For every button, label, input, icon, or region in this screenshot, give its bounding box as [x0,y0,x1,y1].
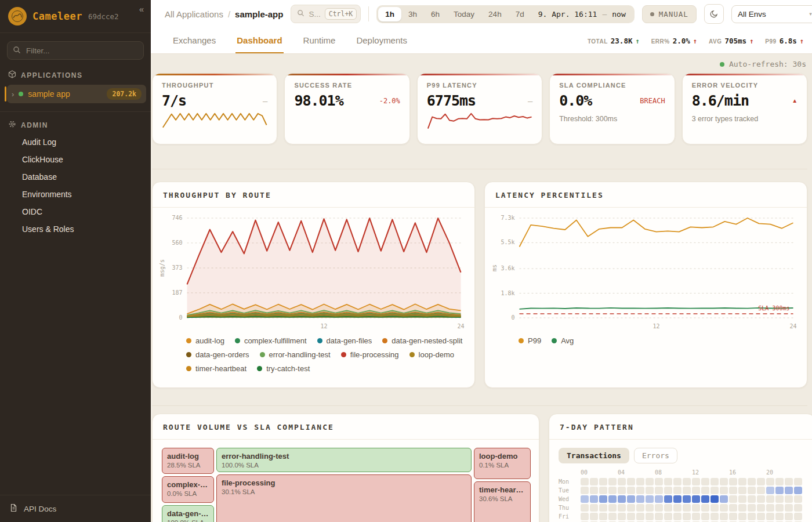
kpi-value-row: 98.01%-2.0% [294,92,400,109]
sidebar-item-clickhouse[interactable]: ClickHouse [0,151,151,168]
time-range-24h[interactable]: 24h [481,7,509,21]
time-range-3h[interactable]: 3h [401,7,424,21]
treemap-cell-timer-heartbeat[interactable]: timer-heartbeat30.6% SLA [474,481,531,522]
app-status-dot [19,92,23,96]
legend-item-error-handling-test[interactable]: error-handling-test [260,350,331,359]
heatmap-hour-label [673,469,682,477]
time-range-today[interactable]: Today [447,7,481,21]
heatmap-cell [664,478,672,485]
sidebar-item-oidc[interactable]: OIDC [0,203,151,220]
dark-mode-toggle[interactable] [704,4,724,24]
heatmap-cell [646,513,654,520]
treemap-cell-complex-fulfillment[interactable]: complex-fulfillment0.0% SLA [162,476,214,503]
legend-item-try-catch-test[interactable]: try-catch-test [257,364,310,373]
sidebar-header: Cameleer 69dcce2 « [0,0,151,33]
trend-arrow-icon: ↑ [749,37,753,45]
kpi-card-p99-latency: P99 LATENCY6775ms– [417,73,542,144]
kpi-body: SLA COMPLIANCE0.0%BREACHThreshold: 300ms [550,75,674,123]
legend-item-loop-demo[interactable]: loop-demo [409,350,454,359]
treemap: audit-log28.5% SLAcomplex-fulfillment0.0… [162,448,530,522]
heatmap-hour-label: 04 [618,469,626,477]
auto-refresh-dot [720,62,724,67]
legend-dot [519,338,524,343]
treemap-cell-loop-demo[interactable]: loop-demo0.1% SLA [474,448,531,479]
heatmap-cell [590,513,598,520]
heatmap-hour-label: 12 [692,469,700,477]
time-range-7d[interactable]: 7d [509,7,531,21]
tab-exchanges[interactable]: Exchanges [172,35,217,53]
heatmap-mode-toggles: TransactionsErrors [559,448,806,463]
sidebar-item-api-docs[interactable]: API Docs [0,495,151,522]
kpi-body: P99 LATENCY6775ms– [418,75,542,132]
breadcrumb-root[interactable]: All Applications [165,9,223,19]
env-select[interactable]: All Envs ▾ [731,5,812,23]
manual-refresh-button[interactable]: MANUAL [642,5,697,23]
legend-item-file-processing[interactable]: file-processing [341,350,399,359]
heatmap-cell [683,504,691,512]
treemap-cell-name: file-processing [222,478,466,487]
treemap-cell-error-handling-test[interactable]: error-handling-test100.0% SLA [216,448,472,472]
legend-dot [409,352,415,357]
treemap-cell-file-processing[interactable]: file-processing30.1% SLA [216,474,472,522]
heatmap-corner [559,469,579,477]
legend-item-complex-fulfillment[interactable]: complex-fulfillment [235,336,307,345]
tab-runtime[interactable]: Runtime [302,35,337,53]
sidebar-item-database[interactable]: Database [0,168,151,186]
stat-value: 2.0% [673,37,690,45]
legend-item-data-gen-files[interactable]: data-gen-files [317,336,372,345]
heatmap-cell [618,513,626,520]
heatmap-hour-label [757,469,765,477]
legend-label: timer-heartbeat [195,364,246,373]
stat-label: ERR% [651,38,670,45]
legend-dot [257,366,262,371]
date-range-display[interactable]: 9. Apr. 16:11 – now [531,10,633,19]
heatmap-cell [646,504,654,512]
treemap-cell-data-gen-files[interactable]: data-gen-files100.0% SLA [162,505,214,522]
sidebar-item-environments[interactable]: Environments [0,186,151,203]
legend-item-data-gen-nested-split[interactable]: data-gen-nested-split [382,336,462,345]
legend-item-timer-heartbeat[interactable]: timer-heartbeat [186,364,246,373]
treemap-cell-name: complex-fulfillment [167,480,209,489]
charts-row: THROUGHPUT BY ROUTE 01873735607461224msg… [152,182,807,388]
legend-item-p99[interactable]: P99 [519,336,541,345]
tab-dashboard[interactable]: Dashboard [235,35,283,53]
heatmap-hour-label [701,469,709,477]
heatmap-cell [664,504,672,512]
svg-text:12: 12 [320,323,327,329]
global-search[interactable]: S... Ctrl+K [291,5,361,23]
legend-label: data-gen-files [327,336,372,345]
heatmap-cell [785,513,793,520]
sidebar-item-sample-app[interactable]: › sample app 207.2k [7,85,146,103]
svg-text:3.6k: 3.6k [501,265,514,271]
heatmap-cell [701,495,709,503]
svg-text:0: 0 [511,314,514,321]
heatmap-day-label: Tue [559,487,579,494]
heatmap-cell [673,504,682,512]
brand-name: Cameleer [32,10,82,22]
sidebar-item-audit-log[interactable]: Audit Log [0,133,151,151]
heatmap-mode-transactions[interactable]: Transactions [559,448,629,463]
legend-item-avg[interactable]: Avg [552,336,574,345]
time-range-6h[interactable]: 6h [424,7,447,21]
filter-input[interactable] [7,41,144,60]
heatmap-cell [683,478,691,485]
legend-item-data-gen-orders[interactable]: data-gen-orders [186,350,249,359]
heatmap-cell [710,504,719,512]
sidebar-item-users-roles[interactable]: Users & Roles [0,220,151,238]
sidebar-collapse-icon[interactable]: « [139,4,144,14]
heatmap-cell [683,495,691,503]
heatmap-cell [766,513,774,520]
treemap-cell-audit-log[interactable]: audit-log28.5% SLA [162,448,214,474]
heatmap-cell [608,478,617,485]
svg-text:560: 560 [172,240,182,246]
time-range-1h[interactable]: 1h [378,7,401,21]
kpi-title: ERROR VELOCITY [692,82,798,89]
stat-label: P99 [765,38,776,45]
heatmap-cell [636,487,644,494]
kpi-title: SLA COMPLIANCE [559,82,665,89]
legend-item-audit-log[interactable]: audit-log [186,336,224,345]
cameleer-logo [8,7,27,26]
heatmap-mode-errors[interactable]: Errors [634,448,677,463]
heatmap-cell [720,513,728,520]
tab-deployments[interactable]: Deployments [355,35,408,53]
